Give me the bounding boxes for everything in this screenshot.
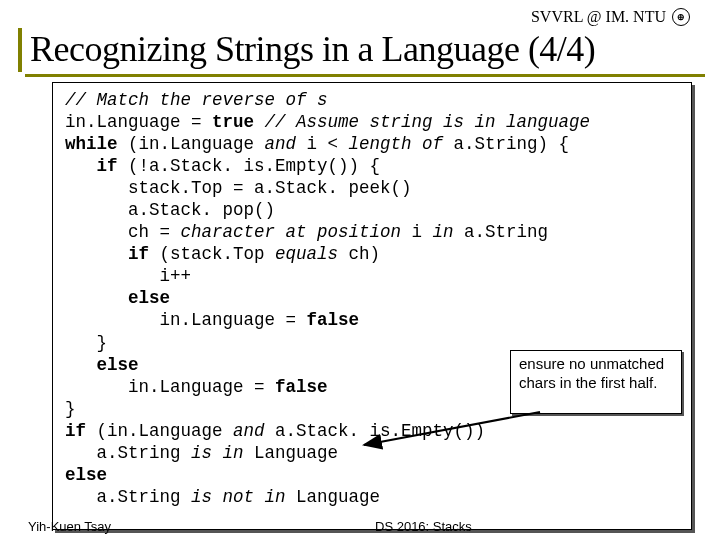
code-line: if (!a.Stack. is.Empty()) {: [65, 156, 380, 176]
footer-author: Yih-Kuen Tsay: [28, 519, 111, 534]
slide-title: Recognizing Strings in a Language (4/4): [30, 28, 595, 70]
code-line: in.Language = false: [65, 377, 328, 397]
ntu-logo-icon: ⊕: [672, 8, 690, 26]
code-line: else: [65, 465, 107, 485]
annotation-arrow-icon: [360, 412, 560, 462]
code-line: a.Stack. pop(): [65, 200, 275, 220]
code-line: // Match the reverse of s: [65, 90, 328, 110]
code-line: i++: [65, 266, 191, 286]
code-line: }: [65, 399, 76, 419]
code-line: in.Language = true // Assume string is i…: [65, 112, 590, 132]
annotation-box: ensure no unmatched chars in the first h…: [510, 350, 682, 414]
svg-line-1: [364, 412, 540, 445]
code-line: ch = character at position i in a.String: [65, 222, 548, 242]
code-line: stack.Top = a.Stack. peek(): [65, 178, 412, 198]
code-line: a.String is not in Language: [65, 487, 380, 507]
code-listing: // Match the reverse of s in.Language = …: [52, 82, 692, 530]
header-org: SVVRL @ IM. NTU ⊕: [531, 8, 690, 26]
title-underline: [25, 74, 705, 77]
footer-course: DS 2016: Stacks: [375, 519, 472, 534]
code-line: if (stack.Top equals ch): [65, 244, 380, 264]
code-line: in.Language = false: [65, 310, 359, 330]
accent-bar: [18, 28, 22, 72]
code-line: while (in.Language and i < length of a.S…: [65, 134, 569, 154]
code-line: a.String is in Language: [65, 443, 338, 463]
code-line: }: [65, 333, 107, 353]
code-line: else: [65, 355, 139, 375]
org-text: SVVRL @ IM. NTU: [531, 8, 666, 26]
code-line: else: [65, 288, 170, 308]
